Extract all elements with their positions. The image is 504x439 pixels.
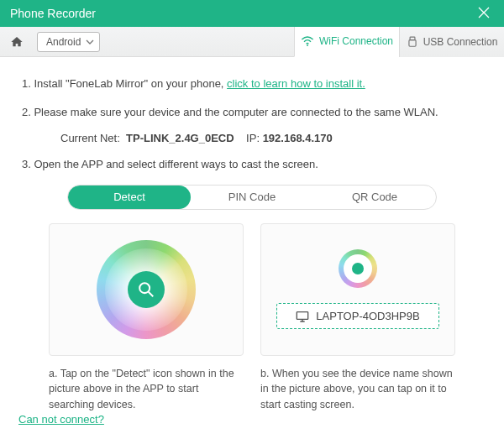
step-1: 1. Install "FoneLab Mirror" on your phon… bbox=[22, 76, 482, 92]
content: 1. Install "FoneLab Mirror" on your phon… bbox=[0, 57, 504, 421]
magnify-icon bbox=[137, 280, 155, 299]
device-wheel-icon bbox=[339, 249, 377, 288]
detect-wheel-icon bbox=[97, 240, 196, 339]
device-name: LAPTOP-4OD3HP9B bbox=[316, 310, 419, 322]
cannot-connect-link[interactable]: Can not connect? bbox=[18, 413, 104, 426]
home-button[interactable] bbox=[0, 27, 34, 57]
mode-pin-label: PIN Code bbox=[228, 191, 276, 203]
panels: LAPTOP-4OD3HP9B bbox=[49, 223, 455, 356]
current-net-label: Current Net: bbox=[60, 132, 120, 144]
window-title: Phone Recorder bbox=[10, 7, 474, 20]
connection-tabs: WiFi Connection USB Connection bbox=[294, 27, 504, 57]
step-1-text: 1. Install "FoneLab Mirror" on your phon… bbox=[22, 77, 227, 90]
panel-device: LAPTOP-4OD3HP9B bbox=[260, 223, 455, 356]
mode-tabs: Detect PIN Code QR Code bbox=[67, 185, 437, 210]
close-icon[interactable] bbox=[474, 5, 494, 23]
step-2: 2. Please make sure your device and the … bbox=[22, 104, 482, 121]
panel-detect bbox=[49, 223, 244, 356]
svg-point-0 bbox=[307, 44, 308, 46]
mode-pin[interactable]: PIN Code bbox=[191, 186, 313, 209]
tab-usb[interactable]: USB Connection bbox=[399, 27, 504, 57]
ip-label: IP: bbox=[246, 132, 260, 144]
caption-a: a. Tap on the "Detect" icon shown in the… bbox=[49, 366, 244, 413]
platform-label: Android bbox=[46, 36, 81, 48]
device-chip: LAPTOP-4OD3HP9B bbox=[276, 303, 438, 329]
mode-detect[interactable]: Detect bbox=[68, 186, 191, 209]
network-info: Current Net: TP-LINK_2.4G_0ECD IP: 192.1… bbox=[22, 132, 482, 144]
svg-rect-2 bbox=[409, 39, 416, 46]
svg-rect-4 bbox=[297, 311, 308, 319]
mode-detect-label: Detect bbox=[113, 191, 145, 203]
chevron-down-icon bbox=[86, 38, 94, 46]
tab-wifi-label: WiFi Connection bbox=[319, 35, 393, 47]
current-net-value: TP-LINK_2.4G_0ECD bbox=[126, 132, 234, 144]
mode-qr-label: QR Code bbox=[352, 191, 397, 203]
wifi-icon bbox=[301, 35, 314, 47]
tab-wifi[interactable]: WiFi Connection bbox=[294, 27, 399, 57]
tab-usb-label: USB Connection bbox=[423, 36, 498, 48]
usb-icon bbox=[407, 36, 418, 48]
ip-value: 192.168.4.170 bbox=[263, 132, 333, 144]
mode-qr[interactable]: QR Code bbox=[313, 186, 436, 209]
toolbar: Android WiFi Connection USB Connection bbox=[0, 27, 504, 57]
home-icon bbox=[10, 35, 24, 49]
install-link[interactable]: click to learn how to install it. bbox=[227, 77, 365, 90]
step-3: 3. Open the APP and select different way… bbox=[22, 156, 482, 173]
caption-b: b. When you see the device name shown in… bbox=[260, 366, 455, 413]
svg-point-3 bbox=[139, 283, 150, 293]
platform-select[interactable]: Android bbox=[37, 32, 100, 52]
captions: a. Tap on the "Detect" icon shown in the… bbox=[49, 366, 455, 413]
monitor-icon bbox=[296, 311, 309, 322]
titlebar: Phone Recorder bbox=[0, 0, 504, 27]
